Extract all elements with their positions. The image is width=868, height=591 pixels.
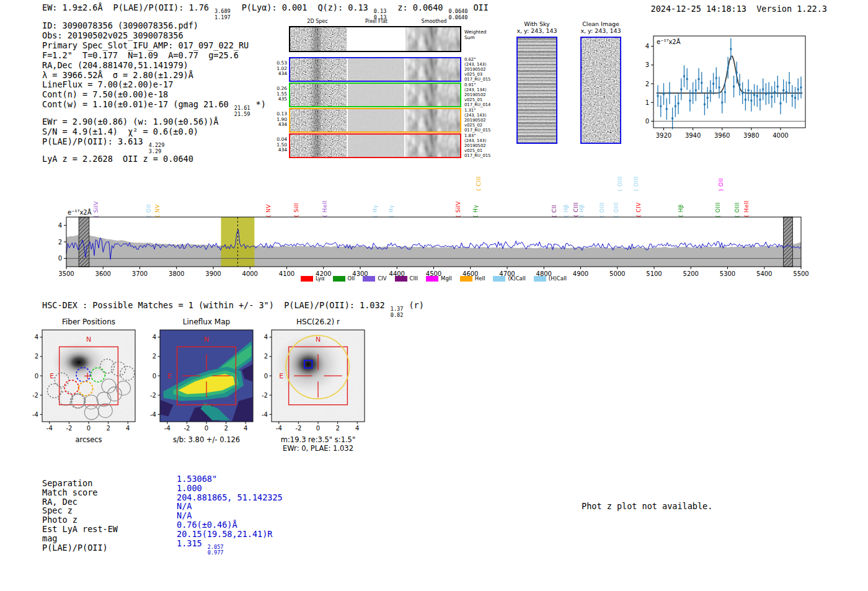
data-point bbox=[668, 92, 670, 94]
value-text: S/N = 4.9(±1.4) χ² = 0.6(±0.0) bbox=[42, 127, 198, 136]
value-text: 20.15(19.58,21.41)R bbox=[177, 529, 272, 539]
value-text: 1.315 bbox=[177, 538, 207, 548]
fit-flux-units-label: e⁻¹⁷x2Å bbox=[657, 38, 681, 45]
data-point bbox=[730, 48, 732, 50]
summary-part: P(Lyα): 0.001 bbox=[242, 2, 308, 20]
noise-texture bbox=[405, 27, 460, 51]
noise-texture bbox=[348, 135, 404, 157]
noise-texture bbox=[290, 27, 347, 51]
y-tick-label: -2 bbox=[150, 392, 156, 399]
noise-texture bbox=[290, 84, 347, 106]
value-tail: (r) bbox=[404, 300, 424, 310]
timestamp: 2024-12-25 14:18:13 bbox=[651, 4, 746, 14]
legend-swatch bbox=[363, 276, 375, 282]
y-tick-label: 4 bbox=[58, 222, 62, 229]
data-point bbox=[779, 102, 781, 104]
legend-swatch bbox=[301, 276, 313, 282]
hsc-image-panel: HSC(26.2) r -4-4-2-2002244NE m:19.3 re:3… bbox=[252, 318, 376, 460]
cutout-right-value: 017_RU_015 bbox=[464, 153, 498, 158]
cutout-right-value: 0.62" bbox=[464, 57, 498, 62]
match-row-label: mag bbox=[42, 534, 118, 543]
data-point bbox=[782, 89, 784, 91]
cutout-right-value: v025_03 bbox=[464, 72, 498, 77]
data-point bbox=[771, 96, 773, 98]
texture-cell bbox=[405, 109, 460, 131]
value-tail: OII bbox=[468, 2, 489, 12]
meta-gap bbox=[746, 4, 756, 14]
value-text: ID: 3090078356 (3090078356.pdf) bbox=[42, 20, 198, 30]
cutout-right-value: 20190502 bbox=[464, 92, 498, 97]
cutout-row bbox=[289, 108, 461, 133]
legend-item: Lyα bbox=[301, 275, 325, 282]
info-line: LyA z = 2.2628 OII z = 0.0640 bbox=[42, 154, 266, 164]
match-row-label: Spec z bbox=[42, 506, 118, 515]
cutout-left-value: 434 bbox=[260, 148, 287, 153]
value-text: EW: 1.9±2.6Å bbox=[42, 2, 103, 12]
full-spectrum-canvas: 3500360037003800390040004100420043004400… bbox=[40, 166, 812, 277]
cutout-left-value: 434 bbox=[260, 122, 287, 128]
fraction-lower: 21.59 bbox=[234, 112, 250, 118]
legend-label: (K)CaII bbox=[508, 275, 525, 282]
sky-panel-subtitle: x, y: 243, 143 bbox=[502, 27, 572, 34]
value-text: Cont(w) = 1.10(±0.01)e-17 (gmag 21.60 bbox=[42, 99, 234, 109]
value-text: 204.881865, 51.142325 bbox=[177, 492, 283, 502]
data-point bbox=[675, 105, 676, 107]
data-point bbox=[786, 91, 787, 93]
data-point bbox=[698, 78, 700, 80]
match-row-label: RA, Dec bbox=[42, 497, 118, 507]
value-text: N/A bbox=[177, 510, 192, 520]
cutout-right-value: v025_02 bbox=[464, 123, 498, 128]
data-point bbox=[756, 95, 758, 97]
data-point bbox=[689, 100, 691, 102]
value-text: P(LAE)/P(OII): 1.76 bbox=[113, 2, 215, 12]
y-tick-label: 4 bbox=[153, 334, 156, 340]
data-point bbox=[666, 108, 668, 110]
data-point bbox=[794, 97, 796, 99]
x-tick-label: 3920 bbox=[656, 132, 671, 139]
match-row-label: Match score bbox=[42, 488, 118, 497]
fiber-positions-canvas: -4-4-2-2002244NE bbox=[22, 326, 140, 433]
match-row-value: 204.881865, 51.142325 bbox=[177, 493, 283, 502]
fit-plot-area bbox=[653, 36, 805, 128]
cutout-right-value: (243, 143) bbox=[464, 62, 498, 67]
y-tick-label: -4 bbox=[262, 411, 268, 418]
texture-cell bbox=[348, 58, 404, 81]
y-tick-label: -4 bbox=[32, 411, 38, 418]
x-tick-label: 2 bbox=[106, 425, 110, 432]
noise-texture bbox=[405, 135, 460, 157]
match-row-label: Photo z bbox=[42, 515, 118, 525]
match-row-value: 0.76(±0.46)Å bbox=[177, 520, 283, 530]
sky-panel-title: With Skyx, y: 243, 143 bbox=[502, 20, 572, 34]
hsc-image-canvas: -4-4-2-2002244NE bbox=[252, 326, 370, 433]
cutout-row-right-labels: 0.91"(243, 134)20190502v025_01017_RU_014 bbox=[464, 82, 498, 107]
match-row-value: 1.53068" bbox=[177, 474, 283, 484]
data-point bbox=[748, 89, 750, 91]
plot-content bbox=[160, 330, 253, 422]
info-line: F=1.2" T=0.177 N=1.09 A=0.77 g=25.6 bbox=[42, 51, 266, 61]
texture-cell bbox=[348, 27, 404, 51]
stacked-fraction: 2.0570.977 bbox=[207, 544, 224, 556]
cutout-right-value: v025_01 bbox=[464, 97, 498, 102]
texture-cell bbox=[290, 58, 347, 81]
north-label: N bbox=[204, 335, 209, 344]
texture-cell bbox=[290, 135, 347, 157]
value-text: Q(z): 0.13 bbox=[317, 2, 373, 12]
x-tick-label: 0 bbox=[205, 425, 208, 432]
texture-cell bbox=[290, 109, 347, 131]
y-tick-label: 2 bbox=[58, 239, 62, 246]
legend-label: Lyα bbox=[316, 275, 325, 282]
texture-cell bbox=[348, 84, 404, 106]
match-row-value: 1.315 2.0570.977 bbox=[177, 539, 283, 556]
cutout-right-value: 1.31" bbox=[464, 108, 498, 113]
value-text: P(LAE)/P(OII): 1.032 bbox=[284, 300, 390, 310]
noise-texture bbox=[290, 58, 347, 81]
weighted-sum-label-line: Sum bbox=[464, 35, 487, 41]
x-tick-label: 0 bbox=[87, 425, 91, 432]
hsc-image-xlabel2: EWr: 0, PLAE: 1.032 bbox=[265, 444, 371, 453]
x-tick-label: 2 bbox=[224, 425, 228, 432]
summary-part: P(LAE)/P(OII): 1.76 3.6891.197 bbox=[113, 2, 231, 20]
sky-panels: With Skyx, y: 243, 143Clean Imagex, y: 2… bbox=[508, 19, 632, 152]
legend-label: OII bbox=[348, 275, 355, 282]
y-tick-label: 0 bbox=[153, 373, 156, 380]
cutout-row-left-labels: 0.261.55435 bbox=[260, 86, 287, 102]
